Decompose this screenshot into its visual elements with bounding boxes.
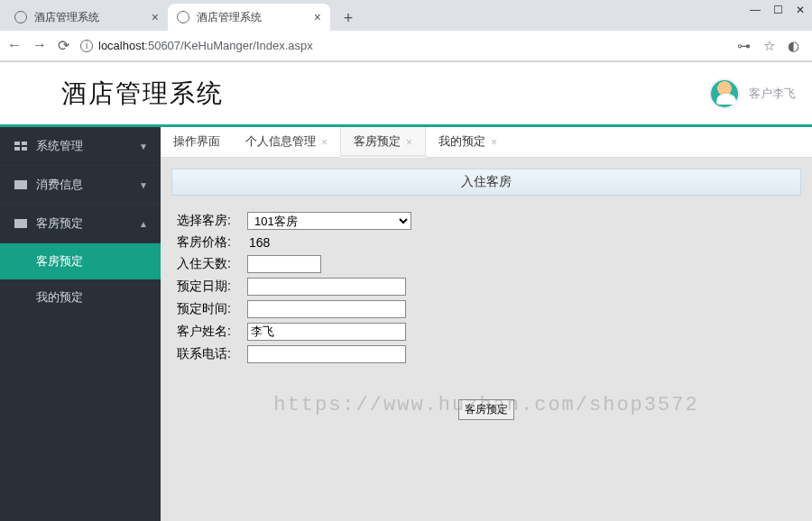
sidebar-item-label: 客房预定: [36, 215, 83, 232]
date-label: 预定日期:: [177, 279, 247, 295]
close-icon[interactable]: ×: [406, 136, 412, 149]
briefcase-icon: [14, 219, 27, 228]
tab-label: 客房预定: [354, 134, 401, 150]
submit-booking-button[interactable]: 客房预定: [458, 399, 514, 420]
sidebar-item-consume[interactable]: 消费信息 ▼: [0, 166, 161, 205]
reload-icon[interactable]: ⟳: [58, 37, 69, 54]
grid-icon: [14, 142, 27, 151]
page-title: 酒店管理系统: [61, 77, 224, 111]
url-port: :50607: [144, 39, 180, 52]
forward-icon[interactable]: →: [32, 37, 47, 54]
user-label: 客户李飞: [749, 86, 796, 102]
close-icon[interactable]: ×: [314, 10, 321, 24]
address-bar[interactable]: i localhost:50607/KeHuManger/Index.aspx: [80, 39, 726, 52]
name-input[interactable]: [247, 323, 406, 341]
chevron-up-icon: ▲: [139, 219, 148, 229]
sidebar-item-label: 客房预定: [36, 254, 83, 268]
name-label: 客户姓名:: [177, 324, 247, 340]
panel-title: 入住客房: [171, 169, 801, 196]
close-window-icon[interactable]: ✕: [796, 4, 805, 16]
back-icon[interactable]: ←: [7, 37, 22, 54]
sidebar-item-label: 我的预定: [36, 290, 83, 304]
sidebar-sub-my-booking[interactable]: 我的预定: [0, 279, 161, 315]
tab-label: 我的预定: [438, 134, 485, 150]
tab-my-booking[interactable]: 我的预定 ×: [426, 127, 510, 157]
minimize-icon[interactable]: —: [750, 4, 761, 16]
tab-profile[interactable]: 个人信息管理 ×: [233, 127, 340, 157]
globe-icon: [14, 11, 27, 23]
content-tabbar: 操作界面 个人信息管理 × 客房预定 × 我的预定 ×: [161, 127, 812, 158]
url-host: localhost: [98, 39, 144, 52]
sidebar-item-label: 消费信息: [36, 177, 83, 193]
sidebar-item-booking[interactable]: 客房预定 ▲: [0, 205, 161, 243]
tab-title: 酒店管理系统: [197, 10, 262, 25]
bookmark-icon[interactable]: ☆: [763, 38, 775, 54]
url-path: /KeHuManger/Index.aspx: [180, 39, 313, 52]
maximize-icon[interactable]: ☐: [773, 4, 783, 16]
time-input[interactable]: [247, 300, 406, 318]
time-label: 预定时间:: [177, 301, 247, 317]
price-value: 168: [247, 235, 270, 250]
days-label: 入住天数:: [177, 256, 247, 272]
sidebar-item-system[interactable]: 系统管理 ▼: [0, 127, 161, 166]
date-input[interactable]: [247, 278, 406, 296]
tab-room-booking[interactable]: 客房预定 ×: [340, 127, 426, 157]
globe-icon: [177, 11, 189, 23]
price-label: 客房价格:: [177, 234, 247, 251]
chevron-down-icon: ▼: [139, 142, 148, 151]
close-icon[interactable]: ×: [491, 136, 497, 149]
user-area[interactable]: 客户李飞: [709, 78, 796, 109]
tab-title: 酒店管理系统: [34, 10, 99, 25]
phone-input[interactable]: [247, 345, 406, 363]
profile-icon[interactable]: ◐: [788, 38, 799, 54]
app-header: 酒店管理系统 客户李飞: [0, 62, 812, 127]
new-tab-button[interactable]: +: [336, 5, 361, 31]
sidebar-sub-room-booking[interactable]: 客房预定: [0, 243, 161, 279]
briefcase-icon: [14, 180, 27, 189]
chevron-down-icon: ▼: [139, 180, 148, 190]
phone-label: 联系电话:: [177, 346, 247, 362]
browser-chrome: — ☐ ✕ 酒店管理系统 × 酒店管理系统 × + ← → ⟳ i localh…: [0, 0, 812, 62]
sidebar-item-label: 系统管理: [36, 138, 83, 154]
days-input[interactable]: [247, 255, 321, 273]
tab-label: 个人信息管理: [245, 134, 316, 150]
close-icon[interactable]: ×: [152, 10, 159, 24]
room-label: 选择客房:: [177, 213, 247, 229]
browser-tab-2[interactable]: 酒店管理系统 ×: [168, 4, 330, 31]
room-select[interactable]: 101客房: [247, 212, 411, 230]
avatar: [709, 78, 740, 109]
tab-label: 操作界面: [173, 134, 220, 150]
key-icon[interactable]: ⊶: [737, 38, 751, 54]
site-info-icon[interactable]: i: [80, 40, 93, 52]
close-icon[interactable]: ×: [321, 136, 328, 149]
browser-tab-1[interactable]: 酒店管理系统 ×: [5, 4, 168, 31]
sidebar: 系统管理 ▼ 消费信息 ▼ 客房预定 ▲ 客房预定 我的预定: [0, 127, 161, 521]
tab-operation[interactable]: 操作界面: [161, 127, 233, 157]
